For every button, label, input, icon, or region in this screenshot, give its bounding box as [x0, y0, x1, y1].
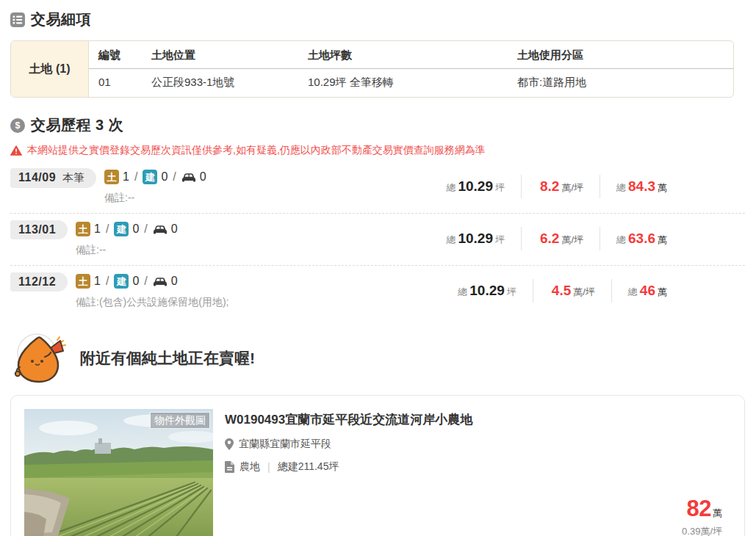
asset-counts: 土 1 / 建 0 / 0 — [76, 220, 178, 238]
map-pin-icon — [225, 438, 234, 450]
row-values: 總 10.29 坪 6.2 萬/坪 總 63.6 萬 — [446, 227, 683, 250]
listing-body: W0190493宜蘭市延平段近交流道河岸小農地 宜蘭縣宜蘭市延平段 農地 | 總… — [225, 409, 472, 536]
land-details-table: 土地 (1) 編號 土地位置 土地坪數 土地使用分區 01 公正段933-1地號… — [10, 40, 734, 98]
transaction-date: 113/01 — [18, 223, 56, 236]
building-badge-icon: 建 — [143, 170, 157, 184]
price-unit: 萬 — [713, 507, 722, 518]
transaction-date: 112/12 — [18, 275, 56, 289]
building-count: 0 — [132, 275, 139, 288]
unit-price: 6.2 萬/坪 — [521, 227, 600, 250]
mascot-megaphone-icon — [10, 333, 71, 383]
document-icon — [225, 461, 234, 473]
total-area: 總 10.29 坪 — [446, 227, 521, 250]
note-value: -- — [128, 192, 134, 203]
listing-spec-row: 農地 | 總建211.45坪 — [225, 460, 472, 474]
cell-zoning: 都市:道路用地 — [508, 69, 733, 97]
total-price: 總 46 萬 — [611, 279, 683, 303]
land-count: 1 — [94, 275, 101, 288]
car-count: 0 — [200, 170, 206, 184]
listing-price: 82萬 0.39萬/坪 — [682, 496, 722, 536]
col-header-area: 土地坪數 — [298, 41, 508, 69]
history-row: 112/12 土 1 / 建 0 / 0 — [10, 266, 745, 317]
listing-location-row: 宜蘭縣宜蘭市延平段 — [225, 438, 472, 451]
land-badge-icon: 土 — [104, 170, 119, 184]
total-area: 總 10.29 坪 — [458, 279, 533, 303]
building-badge-icon: 建 — [114, 222, 129, 236]
dollar-circle-icon: $ — [10, 118, 25, 133]
price-value: 82 — [687, 496, 711, 521]
listing-location: 宜蘭縣宜蘭市延平段 — [239, 438, 331, 451]
history-section-title: 交易歷程 3 次 — [31, 115, 123, 135]
land-badge-icon: 土 — [76, 274, 90, 289]
land-badge-icon: 土 — [76, 222, 90, 236]
col-header-zoning: 土地使用分區 — [508, 41, 733, 69]
history-section-header: $ 交易歷程 3 次 — [10, 115, 745, 135]
price-per-ping: 0.39萬/坪 — [682, 525, 722, 536]
spec-divider: | — [267, 461, 270, 473]
details-section-title: 交易細項 — [31, 10, 91, 29]
total-price-value: 84.3 — [628, 178, 655, 195]
details-list-icon — [10, 12, 25, 27]
warning-triangle-icon — [10, 145, 22, 156]
total-area: 總 10.29 坪 — [446, 175, 521, 198]
car-count: 0 — [171, 222, 178, 236]
car-icon — [181, 172, 196, 183]
building-count: 0 — [132, 222, 139, 236]
row-values: 總 10.29 坪 4.5 萬/坪 總 46 萬 — [458, 279, 683, 303]
date-pill: 114/09 本筆 — [10, 168, 96, 188]
land-count: 1 — [94, 222, 101, 236]
unit-price: 8.2 萬/坪 — [521, 175, 600, 198]
nearby-listing-card[interactable]: 物件外觀圖 W0190493宜蘭市延平段近交流道河岸小農地 宜蘭縣宜蘭市延平段 … — [10, 395, 745, 536]
note-line: 備註:(包含)公共設施保留地(用地); — [76, 296, 228, 309]
promo-header: 附近有個純土地正在賣喔! — [10, 333, 745, 383]
details-section-header: 交易細項 — [10, 10, 745, 29]
area-value: 10.29 — [458, 178, 493, 195]
listing-total-area: 總建211.45坪 — [278, 460, 339, 474]
history-section: $ 交易歷程 3 次 本網站提供之實價登錄交易歷次資訊僅供參考,如有疑義,仍應以… — [10, 115, 745, 317]
car-icon — [153, 276, 168, 287]
col-header-number: 編號 — [89, 41, 142, 69]
asset-counts: 土 1 / 建 0 / 0 — [76, 272, 228, 290]
car-icon — [153, 224, 168, 235]
unit-price-value: 4.5 — [552, 283, 571, 299]
cell-area: 10.29坪 全筆移轉 — [298, 69, 508, 97]
area-value: 10.29 — [469, 283, 505, 299]
listing-title[interactable]: W0190493宜蘭市延平段近交流道河岸小農地 — [225, 411, 472, 428]
building-count: 0 — [161, 170, 168, 184]
disclaimer: 本網站提供之實價登錄交易歷次資訊僅供參考,如有疑義,仍應以內政部不動產交易實價查… — [10, 144, 745, 157]
note-line: 備註:-- — [76, 244, 178, 257]
area-value: 10.29 — [458, 231, 493, 247]
disclaimer-text: 本網站提供之實價登錄交易歷次資訊僅供參考,如有疑義,仍應以內政部不動產交易實價查… — [27, 144, 486, 157]
total-price-value: 63.6 — [628, 231, 655, 247]
note-value: -- — [99, 244, 106, 256]
date-pill: 112/12 — [10, 272, 68, 291]
page: 交易細項 土地 (1) 編號 土地位置 土地坪數 土地使用分區 01 公正段93… — [0, 0, 756, 536]
history-rows: 114/09 本筆 土 1 / 建 0 / — [10, 162, 745, 317]
unit-price-value: 6.2 — [540, 231, 559, 247]
date-pill: 113/01 — [10, 220, 68, 239]
photo-type-label: 物件外觀圖 — [150, 412, 210, 429]
total-price: 總 63.6 萬 — [600, 227, 683, 250]
land-details-grid: 編號 土地位置 土地坪數 土地使用分區 01 公正段933-1地號 10.29坪… — [89, 41, 733, 97]
current-deal-tag: 本筆 — [62, 171, 84, 185]
building-badge-icon: 建 — [114, 274, 129, 289]
cell-number: 01 — [89, 69, 142, 97]
note-line: 備註:-- — [104, 192, 206, 205]
land-count-label: 土地 (1) — [11, 41, 89, 97]
asset-counts: 土 1 / 建 0 / 0 — [104, 168, 206, 186]
col-header-location: 土地位置 — [142, 41, 298, 69]
car-count: 0 — [171, 275, 178, 288]
promo-heading: 附近有個純土地正在賣喔! — [80, 348, 255, 369]
transaction-date: 114/09 — [18, 171, 56, 184]
history-row: 114/09 本筆 土 1 / 建 0 / — [10, 162, 745, 214]
unit-price: 4.5 萬/坪 — [533, 279, 611, 303]
total-price: 總 84.3 萬 — [600, 175, 683, 198]
unit-price-value: 8.2 — [540, 178, 559, 195]
note-value: (包含)公共設施保留地(用地); — [99, 296, 229, 308]
cell-location: 公正段933-1地號 — [142, 69, 298, 97]
history-row: 113/01 土 1 / 建 0 / 0 — [10, 214, 745, 266]
total-price-value: 46 — [640, 283, 655, 299]
listing-photo: 物件外觀圖 — [24, 409, 213, 536]
svg-text:$: $ — [15, 120, 21, 131]
row-values: 總 10.29 坪 8.2 萬/坪 總 84.3 萬 — [446, 175, 683, 198]
